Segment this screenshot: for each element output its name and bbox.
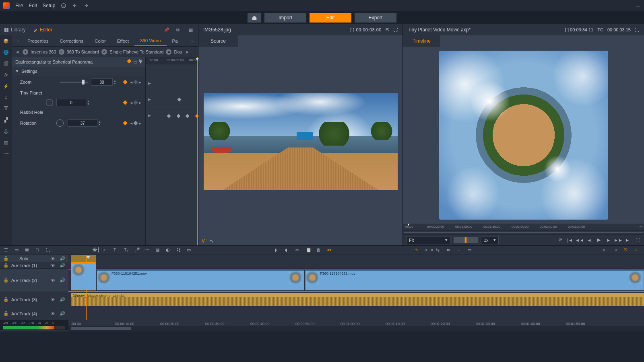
zoom-fit-dropdown[interactable]: Fit▾	[406, 236, 450, 244]
lane-play-rot[interactable]: ▶	[148, 113, 151, 117]
clip-v2[interactable]: F360-118104251.mov	[305, 270, 644, 290]
t3-lock-icon[interactable]: 🔓	[3, 297, 8, 302]
t3-eye-icon[interactable]: 👁	[51, 297, 56, 302]
project-max-icon[interactable]: ⛶	[635, 27, 639, 32]
kf-play-icon[interactable]: ▶	[139, 58, 142, 62]
preset-insert-360[interactable]: 1Insert as 360	[23, 49, 56, 55]
t1-speaker-icon[interactable]: 🔊	[60, 263, 65, 268]
tiny-kf-prev[interactable]: ◄	[129, 101, 133, 105]
undo-icon[interactable]	[72, 3, 78, 8]
lane-4[interactable]	[68, 307, 644, 320]
edit-button[interactable]: Edit	[310, 13, 351, 23]
tl-magnet-icon[interactable]: ⊓	[35, 247, 41, 253]
preset-double-fisheye[interactable]: 4Dou	[166, 49, 182, 55]
tl-voice-icon[interactable]: 🎤	[134, 247, 140, 253]
zoom-kf-prev[interactable]: ◄	[129, 80, 133, 84]
t2-lock-icon[interactable]: 🔓	[3, 278, 8, 283]
tab-pan[interactable]: Pa	[167, 35, 184, 46]
tl-marker-icon[interactable]: ♦▾	[327, 247, 332, 253]
step-back-icon[interactable]: ◄	[586, 237, 592, 243]
proptab-left-arrow[interactable]: ‹	[14, 39, 22, 43]
t4-eye-icon[interactable]: 👁	[51, 311, 56, 316]
tab-color[interactable]: Color	[89, 35, 111, 46]
clip-selected[interactable]	[71, 262, 96, 290]
sb-shape-icon[interactable]: ▞	[2, 116, 10, 124]
zoom-value[interactable]: 80	[91, 78, 113, 86]
lane-play-zoom[interactable]: ▶	[148, 81, 151, 85]
rot-down[interactable]: ▼	[98, 123, 101, 126]
next-clip-icon[interactable]: ►►	[615, 237, 621, 243]
tl-custom-icon[interactable]: ≡	[634, 247, 640, 253]
tl-mark-out-icon[interactable]: ◖	[285, 247, 291, 253]
tl-clipboard-icon[interactable]: 📋	[306, 247, 312, 253]
menu-edit[interactable]: Edit	[29, 3, 37, 8]
track-header-2[interactable]: 🔓 A/V Track (2) 👁 🔊	[0, 269, 68, 292]
source-viewer[interactable]	[198, 47, 402, 237]
sb-fx-icon[interactable]: fx	[2, 71, 10, 79]
tiny-down[interactable]: ▼	[87, 103, 90, 105]
go-start-icon[interactable]: |◄	[567, 237, 573, 243]
prev-clip-icon[interactable]: ◄◄	[576, 237, 583, 243]
timeline-bottom-ruler[interactable]: :00.00 00:00:10.00 00:00:20.00 00:00:30.…	[68, 320, 644, 326]
rotation-knob[interactable]	[56, 119, 64, 127]
kf-lane-tiny[interactable]: ▶	[146, 90, 198, 109]
zoom-kf-add[interactable]	[123, 80, 128, 84]
tl-rate-tool[interactable]: ▭	[467, 247, 473, 253]
tl-marker-edit-icon[interactable]: T₊	[124, 247, 130, 253]
sb-piano-icon[interactable]: ▥	[2, 138, 10, 146]
proptab-right-arrow[interactable]: ›	[188, 39, 196, 43]
lane-1[interactable]	[68, 262, 644, 269]
tl-link-icon[interactable]: ⛶	[46, 247, 52, 253]
zoom-down[interactable]: ▼	[114, 82, 116, 85]
zoom-slider[interactable]	[60, 82, 88, 83]
preview-scrub[interactable]	[403, 230, 644, 234]
minimize-icon[interactable]	[635, 3, 641, 8]
tl-chain-icon[interactable]: ⛓	[176, 247, 182, 253]
tl-roll-tool[interactable]: ↔	[457, 247, 462, 253]
track-header-1[interactable]: 🔓 A/V Track (1) 👁 🔊	[0, 262, 68, 269]
rot-kf-prev[interactable]: ◄	[129, 121, 133, 125]
source-cursor-icon[interactable]: ↖	[210, 238, 214, 244]
zoom-kf-next[interactable]: ►	[138, 80, 142, 84]
sb-music-icon[interactable]: ♫	[2, 93, 10, 101]
tiny-up[interactable]: ▲	[87, 100, 90, 103]
home-button[interactable]	[248, 13, 261, 23]
rot-kf-add[interactable]	[123, 121, 128, 125]
rotation-value[interactable]: 37	[68, 119, 97, 127]
tl-snap-icon[interactable]: 𝌆	[25, 247, 31, 253]
sb-bolt-icon[interactable]: ⚡	[2, 82, 10, 90]
tiny-value[interactable]: 0	[56, 99, 86, 106]
t2-eye-icon[interactable]: 👁	[51, 278, 56, 283]
timeline-ruler[interactable]	[68, 255, 644, 262]
source-mark-v[interactable]: V	[202, 238, 205, 244]
menu-setup[interactable]: Setup	[43, 3, 55, 8]
t3-speaker-icon[interactable]: 🔊	[60, 297, 65, 302]
lane-3[interactable]: 3theory_letsgoinstrumental.m4a	[68, 292, 644, 307]
source-tab[interactable]: Source	[198, 35, 238, 47]
tl-split-icon[interactable]: ✂	[295, 247, 301, 253]
sb-anchor-icon[interactable]: ⚓	[2, 127, 10, 135]
rot-kf-here[interactable]	[133, 121, 138, 125]
kf-lane-rot[interactable]: ▶	[146, 109, 198, 122]
help-icon[interactable]: ?	[61, 3, 66, 8]
tl-mark-in-icon[interactable]: ◗	[275, 247, 280, 253]
pin-icon[interactable]: 📌	[164, 27, 169, 33]
preset-right-arrow[interactable]: ►	[185, 49, 190, 54]
fx-preset-icon[interactable]: ▭	[133, 60, 137, 65]
tab-editor[interactable]: Editor	[33, 27, 52, 33]
timeline-tab[interactable]: Timeline	[403, 35, 440, 47]
tiny-knob[interactable]	[46, 99, 53, 106]
import-button[interactable]: Import	[264, 13, 306, 23]
kf-tiny-1[interactable]	[178, 98, 182, 102]
export-button[interactable]: Export	[355, 13, 396, 23]
tl-tracks-icon[interactable]: ☰	[4, 247, 10, 253]
tab-properties[interactable]: Properties	[22, 35, 54, 46]
tl-select-tool[interactable]: ↖	[415, 247, 421, 253]
solo-lock-icon[interactable]: 🔓	[3, 256, 8, 261]
solo-speaker-icon[interactable]: 🔊	[60, 256, 65, 261]
layout-icon[interactable]: ▦	[189, 27, 194, 33]
timeline-viewer[interactable]	[403, 47, 644, 224]
popout-icon[interactable]: ⧉	[176, 27, 182, 33]
kf-lane-zoom[interactable]: ▶	[146, 77, 198, 90]
timeline-scroll-thumb[interactable]	[71, 327, 131, 330]
